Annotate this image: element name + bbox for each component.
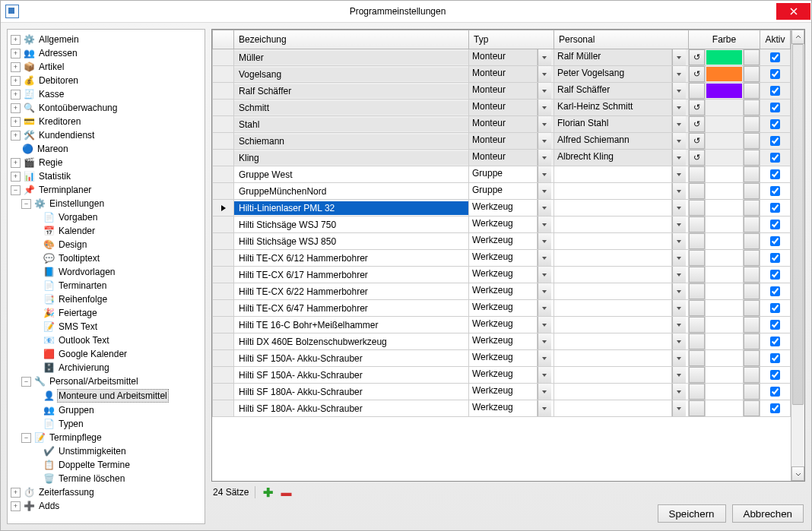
- tree-node[interactable]: − 📌 Terminplaner: [11, 183, 203, 197]
- cell-bezeichnung[interactable]: Hilti DX 460E Bolzenschubwerkzeug: [234, 335, 468, 349]
- chevron-down-icon[interactable]: [538, 133, 551, 149]
- row-marker[interactable]: [213, 250, 233, 266]
- cell-bezeichnung[interactable]: Hilti SF 180A- Akku-Schrauber: [234, 402, 468, 416]
- personal-combo[interactable]: Florian Stahl: [554, 116, 671, 132]
- personal-combo[interactable]: [554, 400, 671, 416]
- tree-node[interactable]: + 🔍 Kontoüberwachung: [11, 101, 203, 115]
- row-marker[interactable]: [213, 217, 233, 232]
- chevron-down-icon[interactable]: [672, 367, 686, 383]
- typ-combo[interactable]: Werkzeug: [469, 400, 537, 416]
- tree-node[interactable]: − 📝 Terminpflege: [21, 431, 203, 444]
- row-marker[interactable]: [213, 367, 233, 383]
- cell-bezeichnung[interactable]: Hilti TE-CX 6/17 Hammerbohrer: [234, 268, 468, 282]
- aktiv-checkbox[interactable]: [760, 250, 790, 266]
- expander-icon[interactable]: +: [11, 103, 21, 113]
- aktiv-checkbox[interactable]: [760, 150, 790, 166]
- row-marker[interactable]: [213, 333, 233, 349]
- personal-combo[interactable]: Albrecht Kling: [554, 150, 671, 166]
- row-marker[interactable]: [213, 267, 233, 283]
- tree-node[interactable]: + 📊 Statistik: [11, 169, 203, 183]
- refresh-button[interactable]: [689, 166, 705, 182]
- typ-combo[interactable]: Monteur: [469, 150, 537, 166]
- row-marker[interactable]: [213, 116, 233, 132]
- chevron-down-icon[interactable]: [538, 233, 551, 249]
- table-row[interactable]: Hilti Stichsäge WSJ 750 Werkzeug: [213, 217, 791, 233]
- refresh-button[interactable]: [689, 300, 705, 316]
- chevron-down-icon[interactable]: [672, 317, 686, 333]
- color-picker-button[interactable]: [744, 116, 760, 132]
- color-picker-button[interactable]: [744, 233, 760, 249]
- color-picker-button[interactable]: [744, 166, 760, 182]
- expander-icon[interactable]: −: [21, 433, 31, 443]
- aktiv-checkbox[interactable]: [760, 267, 790, 283]
- color-picker-button[interactable]: [744, 66, 760, 82]
- cell-bezeichnung[interactable]: Hilti-Linienlaser PML 32: [234, 201, 468, 215]
- save-button[interactable]: Speichern: [658, 504, 726, 523]
- cell-bezeichnung[interactable]: Schmitt: [234, 101, 468, 115]
- chevron-down-icon[interactable]: [538, 367, 551, 383]
- expander-icon[interactable]: −: [11, 185, 21, 195]
- personal-combo[interactable]: [554, 166, 671, 182]
- personal-combo[interactable]: [554, 300, 671, 316]
- chevron-down-icon[interactable]: [538, 300, 551, 316]
- tree-node[interactable]: 📄 Terminarten: [32, 279, 203, 292]
- color-picker-button[interactable]: [744, 333, 760, 349]
- color-picker-button[interactable]: [744, 200, 760, 216]
- expander-icon[interactable]: +: [11, 117, 21, 127]
- aktiv-checkbox[interactable]: [760, 83, 790, 99]
- color-picker-button[interactable]: [744, 217, 760, 232]
- color-cell[interactable]: [705, 133, 743, 150]
- cell-bezeichnung[interactable]: Hilti Stichsäge WSJ 750: [234, 218, 468, 232]
- personal-combo[interactable]: [554, 183, 671, 199]
- table-row[interactable]: Kling Monteur Albrecht Kling ↺: [213, 150, 791, 166]
- personal-combo[interactable]: [554, 350, 671, 366]
- chevron-down-icon[interactable]: [672, 283, 686, 299]
- refresh-button[interactable]: [689, 367, 705, 383]
- header-marker[interactable]: [213, 30, 234, 49]
- typ-combo[interactable]: Monteur: [469, 49, 537, 65]
- color-picker-button[interactable]: [744, 317, 760, 333]
- color-picker-button[interactable]: [744, 384, 760, 400]
- expander-icon[interactable]: +: [11, 62, 21, 72]
- refresh-button[interactable]: [689, 384, 705, 400]
- color-picker-button[interactable]: [744, 300, 760, 316]
- color-picker-button[interactable]: [744, 367, 760, 383]
- tree-node[interactable]: + 💰 Debitoren: [11, 74, 203, 87]
- row-marker[interactable]: [213, 49, 233, 65]
- typ-combo[interactable]: Werkzeug: [469, 384, 537, 400]
- color-cell[interactable]: [705, 267, 743, 283]
- color-cell[interactable]: [705, 183, 743, 200]
- tree-node[interactable]: 🔵 Mareon: [11, 142, 203, 156]
- cell-bezeichnung[interactable]: GruppeMünchenNord: [234, 185, 468, 198]
- color-cell[interactable]: [705, 333, 743, 350]
- nav-tree[interactable]: + ⚙️ Allgemein + 👥 Adressen + 📦 Artikel …: [7, 29, 205, 524]
- table-row[interactable]: Vogelsang Monteur Peter Vogelsang ↺: [213, 66, 791, 83]
- row-marker[interactable]: [213, 317, 233, 333]
- row-marker[interactable]: [213, 183, 233, 199]
- tree-node[interactable]: + 🧾 Kasse: [11, 87, 203, 101]
- refresh-button[interactable]: [689, 183, 705, 199]
- chevron-down-icon[interactable]: [538, 116, 551, 132]
- chevron-down-icon[interactable]: [672, 233, 686, 249]
- refresh-button[interactable]: ↺: [689, 116, 705, 132]
- chevron-down-icon[interactable]: [672, 333, 686, 349]
- typ-combo[interactable]: Monteur: [469, 116, 537, 132]
- row-marker[interactable]: [213, 283, 233, 299]
- typ-combo[interactable]: Werkzeug: [469, 217, 537, 232]
- header-aktiv[interactable]: Aktiv: [760, 30, 791, 49]
- typ-combo[interactable]: Monteur: [469, 66, 537, 82]
- expander-icon[interactable]: +: [11, 501, 21, 511]
- typ-combo[interactable]: Werkzeug: [469, 300, 537, 316]
- color-picker-button[interactable]: [744, 133, 760, 149]
- aktiv-checkbox[interactable]: [760, 200, 790, 216]
- refresh-button[interactable]: [689, 217, 705, 232]
- cell-bezeichnung[interactable]: Hilti SF 150A- Akku-Schrauber: [234, 352, 468, 365]
- refresh-button[interactable]: [689, 317, 705, 333]
- table-row[interactable]: Gruppe West Gruppe: [213, 166, 791, 183]
- table-row[interactable]: Hilti TE-CX 6/17 Hammerbohrer Werkzeug: [213, 267, 791, 283]
- color-picker-button[interactable]: [744, 83, 760, 99]
- aktiv-checkbox[interactable]: [760, 384, 790, 400]
- personal-combo[interactable]: [554, 384, 671, 400]
- chevron-down-icon[interactable]: [672, 150, 686, 166]
- tree-node[interactable]: 🟥 Google Kalender: [32, 347, 203, 361]
